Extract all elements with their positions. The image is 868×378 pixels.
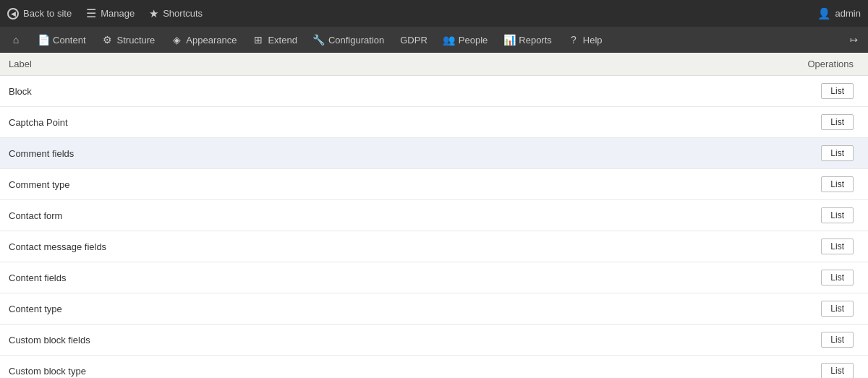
row-operations: List [542, 231, 868, 262]
back-icon: ◀ [7, 8, 19, 20]
row-label: Contact form [0, 200, 542, 231]
nav-item-home[interactable]: ⌂ [3, 30, 29, 50]
list-button[interactable]: List [821, 239, 854, 254]
nav-arrow-icon: ↦ [850, 35, 858, 46]
admin-label: admin [835, 8, 861, 19]
nav-content-label: Content [53, 35, 86, 46]
admin-icon: 👤 [817, 7, 831, 20]
content-icon: 📄 [38, 34, 49, 46]
manage-icon: ☰ [86, 7, 96, 20]
row-operations: List [542, 262, 868, 293]
nav-appearance-label: Appearance [186, 35, 237, 46]
list-button[interactable]: List [821, 207, 854, 223]
people-icon: 👥 [443, 34, 455, 46]
table-row: Custom block typeList [0, 356, 868, 379]
back-to-site-link[interactable]: ◀ Back to site [7, 8, 72, 20]
nav-end-icon[interactable]: ↦ [843, 30, 865, 50]
shortcuts-icon: ★ [149, 7, 158, 20]
row-operations: List [542, 325, 868, 356]
nav-item-reports[interactable]: 📊 Reports [496, 30, 559, 50]
scroll-container[interactable]: Label Operations BlockListCaptcha PointL… [0, 53, 868, 378]
list-button[interactable]: List [821, 332, 854, 348]
configuration-icon: 🔧 [313, 34, 325, 46]
nav-extend-label: Extend [268, 35, 297, 46]
top-bar-right: 👤 admin [817, 7, 861, 20]
nav-help-label: Help [583, 35, 603, 46]
row-operations: List [542, 169, 868, 200]
nav-configuration-label: Configuration [328, 35, 384, 46]
row-operations: List [542, 107, 868, 138]
table-row: Content typeList [0, 293, 868, 325]
nav-item-extend[interactable]: ⊞ Extend [245, 30, 304, 50]
structure-icon: ⚙ [102, 34, 114, 46]
nav-item-structure[interactable]: ⚙ Structure [95, 30, 163, 50]
nav-reports-label: Reports [519, 35, 552, 46]
col-label-header: Label [0, 53, 542, 76]
row-operations: List [542, 356, 868, 379]
table-row: Contact message fieldsList [0, 231, 868, 262]
top-bar: ◀ Back to site ☰ Manage ★ Shortcuts 👤 ad… [0, 0, 868, 27]
table-row: Contact formList [0, 200, 868, 231]
manage-link[interactable]: ☰ Manage [86, 7, 135, 20]
row-operations: List [542, 200, 868, 231]
table-row: Content fieldsList [0, 262, 868, 293]
help-icon: ? [568, 34, 579, 46]
list-button[interactable]: List [821, 176, 854, 192]
row-label: Captcha Point [0, 107, 542, 138]
row-label: Custom block fields [0, 325, 542, 356]
list-button[interactable]: List [821, 145, 854, 161]
top-bar-left: ◀ Back to site ☰ Manage ★ Shortcuts [7, 7, 803, 20]
nav-bar: ⌂ 📄 Content ⚙ Structure ◈ Appearance ⊞ E… [0, 27, 868, 53]
list-button[interactable]: List [821, 83, 854, 99]
row-label: Block [0, 76, 542, 107]
shortcuts-label: Shortcuts [163, 8, 203, 19]
data-table: Label Operations BlockListCaptcha PointL… [0, 53, 868, 378]
row-label: Comment fields [0, 138, 542, 169]
extend-icon: ⊞ [252, 34, 264, 46]
table-row: Comment typeList [0, 169, 868, 200]
list-button[interactable]: List [821, 363, 854, 378]
list-button[interactable]: List [821, 270, 854, 285]
row-operations: List [542, 293, 868, 325]
row-label: Comment type [0, 169, 542, 200]
table-body: BlockListCaptcha PointListComment fields… [0, 76, 868, 379]
list-button[interactable]: List [821, 114, 854, 130]
nav-people-label: People [459, 35, 488, 46]
row-label: Content type [0, 293, 542, 325]
row-label: Contact message fields [0, 231, 542, 262]
list-button[interactable]: List [821, 301, 854, 317]
table-row: Custom block fieldsList [0, 325, 868, 356]
home-icon: ⌂ [10, 34, 22, 46]
manage-label: Manage [101, 8, 135, 19]
table-row: Comment fieldsList [0, 138, 868, 169]
nav-gdpr-label: GDPR [400, 35, 427, 46]
table-row: Captcha PointList [0, 107, 868, 138]
row-operations: List [542, 76, 868, 107]
shortcuts-link[interactable]: ★ Shortcuts [149, 7, 203, 20]
appearance-icon: ◈ [171, 34, 182, 46]
back-to-site-label: Back to site [23, 8, 72, 19]
nav-item-configuration[interactable]: 🔧 Configuration [306, 30, 391, 50]
col-operations-header: Operations [542, 53, 868, 76]
main-content: Label Operations BlockListCaptcha PointL… [0, 53, 868, 378]
reports-icon: 📊 [503, 34, 515, 46]
nav-item-gdpr[interactable]: GDPR [393, 30, 435, 50]
row-label: Content fields [0, 262, 542, 293]
nav-item-appearance[interactable]: ◈ Appearance [163, 30, 244, 50]
nav-item-content[interactable]: 📄 Content [30, 30, 93, 50]
nav-structure-label: Structure [117, 35, 156, 46]
nav-item-help[interactable]: ? Help [561, 30, 610, 50]
row-operations: List [542, 138, 868, 169]
row-label: Custom block type [0, 356, 542, 379]
nav-item-people[interactable]: 👥 People [436, 30, 495, 50]
table-header: Label Operations [0, 53, 868, 76]
table-row: BlockList [0, 76, 868, 107]
